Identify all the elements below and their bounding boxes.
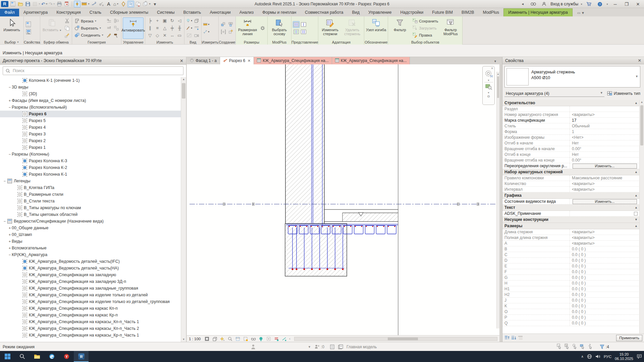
marker-button[interactable] — [120, 1, 127, 7]
cut-button[interactable] — [64, 17, 70, 24]
presentation-4-button[interactable] — [300, 28, 307, 35]
close-view-icon[interactable]: ✕ — [248, 59, 251, 63]
taskbar-start-button[interactable] — [0, 351, 15, 362]
close-doc-button[interactable] — [63, 1, 70, 7]
pick-host-button[interactable]: Выбрать основу — [269, 17, 290, 39]
view-tab-3[interactable]: КЖ_Арматура_Спецификация на... — [332, 57, 410, 64]
shadows-icon[interactable] — [227, 336, 233, 342]
tree-item[interactable]: Разрез Колонна К-3 — [0, 158, 181, 164]
expand-icon[interactable]: + — [8, 246, 12, 250]
presentation-2-button[interactable] — [300, 21, 307, 28]
unjoin-button[interactable] — [113, 25, 120, 32]
reveal-hidden-icon[interactable] — [258, 336, 264, 342]
property-group[interactable]: Набор арматурных стержней▲ — [502, 169, 640, 175]
scroll-up-icon[interactable]: ▲ — [181, 77, 186, 82]
taskbar-explorer-button[interactable] — [30, 351, 44, 362]
selection-summary[interactable]: Несущая арматура (4)▼ — [504, 90, 604, 97]
tree-item[interactable]: КЖ_Арматура_Спецификация на изделие толь… — [0, 292, 181, 298]
edit-value-button[interactable]: Изменить... — [573, 199, 637, 204]
group-parameters-icon[interactable] — [518, 335, 523, 341]
panel-title[interactable]: Измерить — [202, 40, 218, 45]
taskbar-revit-button[interactable]: R — [74, 351, 89, 362]
properties-palette-button[interactable] — [25, 21, 32, 28]
project-properties-button[interactable] — [10, 1, 16, 7]
ribbon-tab-5[interactable]: Системы — [153, 9, 179, 16]
delete-bars-button[interactable]: Удалить стержень — [342, 17, 363, 39]
bend-node-button[interactable]: 123123Узел изгиба — [366, 17, 386, 39]
property-value[interactable]: 17 — [570, 118, 640, 123]
worksets-dropdown-icon[interactable]: ▼ — [308, 342, 311, 351]
ribbon-tab-11[interactable]: Вид — [347, 9, 364, 16]
panel-title[interactable]: ModPlus — [268, 40, 291, 45]
measure-button[interactable]: ▼ — [81, 1, 90, 7]
split-button[interactable]: ╫ — [176, 25, 183, 32]
active-workset-icon[interactable] — [330, 342, 335, 351]
ribbon-tab-4[interactable]: Сборные элементы — [106, 9, 153, 16]
restore-button[interactable]: ❐ — [622, 0, 631, 8]
collapse-icon[interactable]: − — [8, 152, 12, 156]
ribbon-tab-6[interactable]: Вставить — [179, 9, 205, 16]
panel-title[interactable]: Свойства — [24, 40, 40, 45]
copy-button[interactable] — [64, 25, 70, 32]
sign-in-arrow-icon[interactable]: ▼ — [580, 3, 583, 5]
paste-button[interactable]: Вставить ▼ — [42, 17, 62, 39]
type-selector[interactable]: Арматурный стержень А500 Ø10 ▼ — [504, 66, 640, 87]
tree-item[interactable]: Разрез 4 — [0, 124, 181, 131]
camera-box-button[interactable] — [193, 32, 200, 39]
tree-item[interactable]: +00_Общие данные — [0, 225, 181, 231]
help-arrow-icon[interactable]: ▼ — [606, 3, 608, 5]
underlay-button[interactable] — [193, 25, 200, 32]
value-checkbox[interactable] — [634, 212, 638, 216]
move-button[interactable]: + — [154, 17, 161, 24]
detail-level-icon[interactable] — [204, 336, 210, 342]
collapse-icon[interactable]: − — [3, 179, 7, 183]
create-group-button[interactable] — [220, 28, 227, 35]
tree-item[interactable]: КЖ_Арматура_Спецификация на каркас Кр-п — [0, 312, 181, 318]
navbar-minus-icon[interactable]: ⊖ — [487, 95, 490, 98]
panel-title[interactable]: Выбор▼ — [0, 40, 23, 45]
sync-button[interactable]: ▼ — [32, 1, 41, 7]
canvas-vscrollbar[interactable]: ▲ — [496, 72, 499, 328]
taskbar-edge-button[interactable] — [44, 351, 59, 362]
type-dropdown-icon[interactable]: ▼ — [635, 68, 638, 78]
array-button[interactable]: ≡ — [154, 25, 161, 32]
tree-item[interactable]: Разрез Колонна К-2 — [0, 164, 181, 171]
worksharing-display-icon[interactable] — [281, 336, 287, 342]
search-input[interactable]: Поиск — [3, 66, 183, 75]
select-links-icon[interactable] — [557, 344, 562, 350]
activate-pin-button[interactable]: Активировать — [123, 17, 144, 39]
sort-ascending-icon[interactable] — [504, 335, 510, 341]
mirror-button[interactable]: ◁ — [176, 17, 183, 24]
edit-bars-button[interactable]: Изменить стержни — [320, 17, 340, 39]
properties-scrollbar[interactable]: ▲ — [639, 100, 644, 334]
ribbon-tab-12[interactable]: Управление — [364, 9, 396, 16]
save-sel-button[interactable]: Сохранить — [412, 18, 439, 24]
reveal-constraints-icon[interactable] — [274, 336, 279, 342]
property-value[interactable]: Изменить... — [570, 199, 640, 204]
language-indicator[interactable]: РУС — [604, 355, 611, 359]
scroll-left-icon[interactable]: ‹ — [289, 337, 290, 341]
tree-item[interactable]: В_Типы арматуры по ключам — [0, 204, 181, 211]
cope-button[interactable]: Врезка▼ — [73, 18, 104, 24]
panel-splitter[interactable] — [499, 57, 502, 342]
trim-button[interactable]: ╪ — [169, 25, 175, 32]
active-workset-label[interactable]: Главная модель — [346, 342, 377, 351]
edit-type-button[interactable]: Изменить тип — [607, 91, 640, 96]
panel-title[interactable]: Вид — [184, 40, 201, 45]
scrollbar-thumb[interactable] — [388, 338, 418, 340]
panel-title[interactable]: Выбор объектов — [388, 40, 462, 45]
crop-view-icon[interactable] — [235, 336, 240, 342]
select-by-face-icon[interactable] — [580, 344, 586, 350]
tree-item[interactable]: −КР(КЖ)_Арматура — [0, 251, 181, 258]
select-underlay-icon[interactable] — [565, 344, 570, 350]
wall-sweep-button[interactable] — [113, 17, 120, 24]
ribbon-tab-9[interactable]: Формы и генплан — [258, 9, 301, 16]
offset-sync-button[interactable] — [106, 25, 112, 32]
scrollbar-thumb[interactable] — [182, 83, 185, 99]
panel-title[interactable]: Геометрия — [72, 40, 121, 45]
navbar-zoom-arrow-icon[interactable]: ▼ — [487, 92, 490, 94]
scroll-up-icon[interactable]: ▲ — [497, 72, 499, 76]
view-scale[interactable]: 1 : 100 — [189, 337, 201, 341]
join-button[interactable]: Соединить▼ — [73, 32, 104, 39]
offset-button[interactable]: ∥ — [147, 25, 153, 32]
